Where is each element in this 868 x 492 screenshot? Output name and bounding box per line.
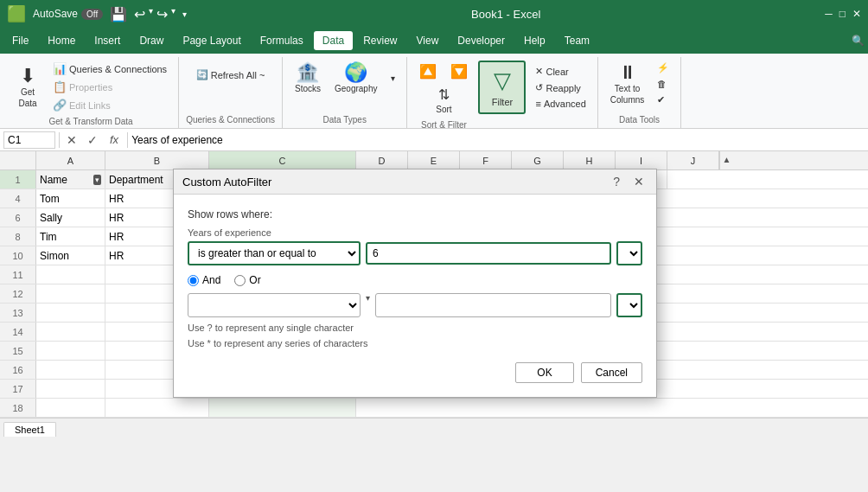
formula-input[interactable] (131, 134, 865, 146)
stocks-button[interactable]: 🏦 Stocks (290, 61, 326, 96)
reapply-button[interactable]: ↺ Reapply (531, 80, 590, 95)
col-header-h[interactable]: H (564, 151, 616, 169)
dialog-close-icon[interactable]: ✕ (630, 175, 648, 188)
cell-b18[interactable] (105, 399, 209, 417)
and-radio[interactable]: And (188, 274, 220, 286)
cell-a6[interactable]: Sally (36, 208, 105, 227)
dropdown-icon[interactable]: ▾ (149, 6, 153, 22)
edit-links-button[interactable]: 🔗 Edit Links (48, 97, 171, 113)
condition-select[interactable]: equals does not equal is greater than is… (188, 241, 361, 265)
maximize-icon[interactable]: □ (839, 8, 846, 20)
sort-az-icon: 🔼 (419, 63, 437, 80)
row-num-14: 14 (0, 323, 36, 341)
cancel-button[interactable]: Cancel (581, 362, 642, 383)
ok-button[interactable]: OK (515, 362, 573, 383)
cell-a4[interactable]: Tom (36, 189, 105, 208)
cell-a13[interactable] (36, 304, 105, 322)
menu-help[interactable]: Help (515, 31, 554, 50)
menu-file[interactable]: File (3, 31, 37, 50)
get-data-button[interactable]: ⬇ Get Data (10, 64, 45, 111)
data-validation-button[interactable]: ✔ (653, 93, 673, 107)
condition-value-input[interactable] (366, 242, 611, 265)
undo-icon[interactable]: ↩ (134, 6, 145, 22)
menu-insert[interactable]: Insert (86, 31, 129, 50)
cell-a11[interactable] (36, 265, 105, 284)
second-condition-select[interactable] (188, 293, 361, 317)
cell-a10[interactable]: Simon (36, 246, 105, 265)
formula-bar-divider2 (127, 132, 128, 148)
and-radio-input[interactable] (188, 275, 199, 286)
sort-za-button[interactable]: 🔽 (445, 61, 473, 82)
sheet-tab-sheet1[interactable]: Sheet1 (3, 422, 56, 437)
col-header-j[interactable]: J (667, 151, 719, 169)
second-condition-value-input[interactable] (375, 293, 611, 317)
cell-a15[interactable] (36, 342, 105, 360)
stocks-icon: 🏦 (296, 63, 319, 82)
menu-review[interactable]: Review (354, 31, 405, 50)
geography-button[interactable]: 🌍 Geography (329, 61, 382, 96)
redo-icon[interactable]: ↪ (156, 6, 168, 22)
properties-button[interactable]: 📋 Properties (48, 79, 171, 95)
autosave-toggle[interactable]: Off (81, 9, 103, 20)
col-header-f[interactable]: F (460, 151, 512, 169)
col-header-e[interactable]: E (408, 151, 460, 169)
search-icon[interactable]: 🔍 (852, 35, 865, 47)
menu-view[interactable]: View (408, 31, 448, 50)
menu-home[interactable]: Home (39, 31, 84, 50)
col-header-d[interactable]: D (356, 151, 408, 169)
filter-arrow-a1[interactable]: ▾ (93, 175, 101, 185)
col-header-g[interactable]: G (512, 151, 564, 169)
data-types-dropdown[interactable]: ▾ (386, 72, 399, 85)
cell-c18[interactable] (209, 399, 356, 417)
save-icon[interactable]: 💾 (110, 6, 127, 22)
cell-a12[interactable] (36, 284, 105, 303)
sort-az-za: 🔼 🔽 (414, 61, 473, 82)
menu-developer[interactable]: Developer (449, 31, 514, 50)
value-dropdown[interactable] (616, 241, 642, 265)
filter-button[interactable]: ▽ Filter (478, 61, 526, 114)
col-header-i[interactable]: I (616, 151, 667, 169)
text-to-columns-button[interactable]: ⏸ Text to Columns (605, 61, 649, 107)
sort-az-button[interactable]: 🔼 (414, 61, 442, 82)
cancel-formula-icon[interactable]: ✕ (63, 133, 80, 147)
autosave-control[interactable]: AutoSave Off (33, 8, 103, 20)
sort-za-icon: 🔽 (450, 63, 468, 80)
menu-pagelayout[interactable]: Page Layout (174, 31, 249, 50)
cell-a8[interactable]: Tim (36, 227, 105, 246)
close-icon[interactable]: ✕ (852, 8, 861, 20)
or-radio[interactable]: Or (234, 274, 260, 286)
data-tools-buttons: ⏸ Text to Columns ⚡ 🗑 ✔ (605, 61, 673, 107)
menu-draw[interactable]: Draw (131, 31, 172, 50)
col-header-c[interactable]: C (209, 151, 356, 169)
minimize-icon[interactable]: ─ (825, 8, 833, 20)
accept-formula-icon[interactable]: ✓ (84, 133, 101, 147)
and-label: And (202, 274, 220, 286)
sort-button[interactable]: ⇅ Sort (426, 84, 461, 117)
dropdown-icon2[interactable]: ▾ (171, 6, 176, 22)
get-transform-label: Get & Transform Data (48, 115, 132, 126)
remove-dupes-button[interactable]: 🗑 (653, 77, 673, 91)
cell-a1[interactable]: Name ▾ (36, 170, 105, 188)
dialog-help-icon[interactable]: ? (610, 175, 623, 188)
cell-reference-input[interactable] (3, 131, 55, 149)
menu-data[interactable]: Data (314, 31, 353, 50)
advanced-button[interactable]: ≡ Advanced (531, 97, 590, 111)
or-radio-input[interactable] (234, 275, 246, 286)
col-header-b[interactable]: B (105, 151, 209, 169)
queries-connections-button[interactable]: 📊 Queries & Connections (48, 61, 171, 77)
clear-icon: ✕ (535, 66, 543, 77)
cell-a18[interactable] (36, 399, 105, 417)
cell-a14[interactable] (36, 323, 105, 341)
second-value-dropdown[interactable] (616, 293, 642, 317)
customize-icon[interactable]: ▾ (182, 10, 187, 19)
menu-formulas[interactable]: Formulas (252, 31, 312, 50)
window-controls: ─ □ ✕ (825, 8, 861, 20)
menu-team[interactable]: Team (556, 31, 598, 50)
flash-fill-button[interactable]: ⚡ (653, 61, 673, 75)
col-header-a[interactable]: A (36, 151, 105, 169)
scroll-up-icon[interactable]: ▲ (723, 151, 731, 168)
refresh-all-button[interactable]: 🔄 Refresh All ~ (192, 67, 270, 82)
cell-a16[interactable] (36, 361, 105, 379)
clear-button[interactable]: ✕ Clear (531, 64, 590, 79)
cell-a17[interactable] (36, 380, 105, 398)
